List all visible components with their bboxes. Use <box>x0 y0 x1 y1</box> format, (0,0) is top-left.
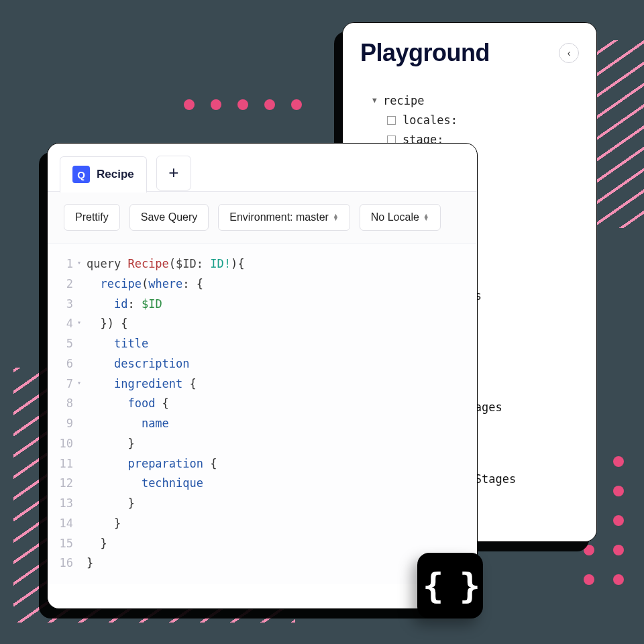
tree-label: recipe <box>383 91 424 111</box>
code-line[interactable]: 1▾query Recipe($ID: ID!){ <box>48 254 477 274</box>
code-source: } <box>87 514 121 534</box>
code-source: query Recipe($ID: ID!){ <box>87 254 245 274</box>
tree-node-locales[interactable]: locales: <box>360 111 579 130</box>
query-editor-panel: Q Recipe + Prettify Save Query Environme… <box>47 143 478 609</box>
fold-icon <box>77 454 87 474</box>
line-number: 3 <box>48 294 77 315</box>
fold-icon <box>77 474 87 494</box>
fold-icon <box>77 274 87 294</box>
fold-icon[interactable]: ▾ <box>77 314 87 334</box>
environment-select[interactable]: Environment: master ▲▼ <box>218 204 350 231</box>
code-line[interactable]: 11 preparation { <box>48 454 477 474</box>
tab-bar: Q Recipe + <box>48 144 477 192</box>
line-number: 9 <box>48 414 77 434</box>
code-source: } <box>87 553 93 574</box>
fold-icon[interactable]: ▾ <box>77 374 87 394</box>
code-line[interactable]: 7▾ ingredient { <box>48 374 477 394</box>
line-number: 11 <box>48 454 77 474</box>
tab-label: Recipe <box>97 168 134 181</box>
line-number: 2 <box>48 274 77 294</box>
code-source: recipe(where: { <box>87 274 203 294</box>
code-source: } <box>87 494 135 514</box>
code-line[interactable]: 8 food { <box>48 394 477 414</box>
code-line[interactable]: 4▾ }) { <box>48 314 477 334</box>
chevron-left-icon: ‹ <box>568 48 571 58</box>
code-source: technique <box>87 474 203 494</box>
tab-recipe[interactable]: Q Recipe <box>60 156 147 193</box>
line-number: 7 <box>48 374 77 394</box>
code-line[interactable]: 6 description <box>48 354 477 374</box>
line-number: 8 <box>48 394 77 414</box>
fold-icon <box>77 434 87 454</box>
code-source: title <box>87 334 148 354</box>
code-line[interactable]: 14 } <box>48 514 477 534</box>
tree-label: locales: <box>402 111 458 130</box>
code-source: id: $ID <box>87 294 162 315</box>
line-number: 6 <box>48 354 77 374</box>
save-query-button[interactable]: Save Query <box>129 204 209 231</box>
code-editor[interactable]: 1▾query Recipe($ID: ID!){2 recipe(where:… <box>48 244 477 584</box>
collapse-button[interactable]: ‹ <box>559 43 579 63</box>
fold-icon <box>77 414 87 434</box>
line-number: 15 <box>48 534 77 554</box>
checkbox-icon[interactable] <box>387 116 396 125</box>
fold-icon[interactable]: ▾ <box>77 254 87 274</box>
code-line[interactable]: 3 id: $ID <box>48 294 477 315</box>
fold-icon <box>77 494 87 514</box>
line-number: 14 <box>48 514 77 534</box>
braces-badge: { } <box>417 553 483 619</box>
fold-icon <box>77 514 87 534</box>
code-line[interactable]: 13 } <box>48 494 477 514</box>
code-source: } <box>87 534 107 554</box>
code-line[interactable]: 2 recipe(where: { <box>48 274 477 294</box>
line-number: 12 <box>48 474 77 494</box>
code-source: description <box>87 354 190 374</box>
code-line[interactable]: 5 title <box>48 334 477 354</box>
fold-icon <box>77 294 87 315</box>
sort-icon: ▲▼ <box>423 214 429 221</box>
code-line[interactable]: 15 } <box>48 534 477 554</box>
tree-node-recipe[interactable]: ▼ recipe <box>360 91 579 111</box>
code-line[interactable]: 16} <box>48 553 477 574</box>
code-source: ingredient { <box>87 374 197 394</box>
code-source: name <box>87 414 169 434</box>
caret-down-icon: ▼ <box>372 95 379 107</box>
fold-icon <box>77 553 87 574</box>
prettify-button[interactable]: Prettify <box>64 204 120 231</box>
line-number: 13 <box>48 494 77 514</box>
code-line[interactable]: 10 } <box>48 434 477 454</box>
query-badge-icon: Q <box>72 166 90 183</box>
line-number: 10 <box>48 434 77 454</box>
code-line[interactable]: 12 technique <box>48 474 477 494</box>
add-tab-button[interactable]: + <box>156 156 191 191</box>
fold-icon <box>77 334 87 354</box>
code-source: }) { <box>87 314 127 334</box>
locale-select[interactable]: No Locale ▲▼ <box>360 204 441 231</box>
fold-icon <box>77 394 87 414</box>
playground-title: Playground <box>360 39 490 67</box>
line-number: 16 <box>48 553 77 574</box>
code-source: } <box>87 434 135 454</box>
line-number: 4 <box>48 314 77 334</box>
fold-icon <box>77 534 87 554</box>
line-number: 5 <box>48 334 77 354</box>
braces-icon: { } <box>423 566 478 606</box>
plus-icon: + <box>168 162 178 183</box>
line-number: 1 <box>48 254 77 274</box>
code-line[interactable]: 9 name <box>48 414 477 434</box>
editor-toolbar: Prettify Save Query Environment: master … <box>48 192 477 244</box>
sort-icon: ▲▼ <box>333 214 339 221</box>
code-source: food { <box>87 394 169 414</box>
fold-icon <box>77 354 87 374</box>
code-source: preparation { <box>87 454 217 474</box>
